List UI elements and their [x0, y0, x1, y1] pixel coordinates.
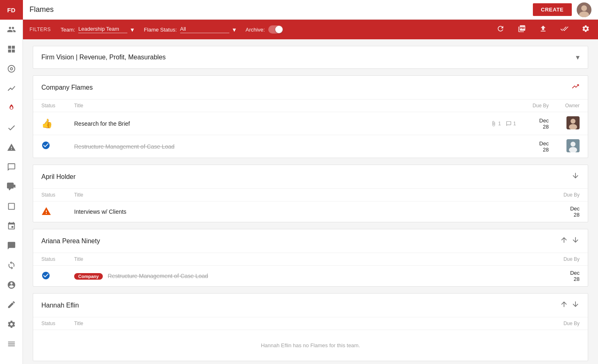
pdf-icon[interactable]	[516, 23, 528, 36]
company-flames-header[interactable]: Company Flames	[33, 76, 588, 99]
sidebar-item-dashboard[interactable]	[0, 39, 23, 59]
col-due-by: Due By	[524, 99, 557, 112]
sidebar-item-report[interactable]	[0, 157, 23, 177]
sidebar-item-flame[interactable]	[0, 98, 23, 118]
col-title: Title	[66, 317, 555, 330]
row-title: Restructure Management of Case Load	[66, 135, 524, 158]
row-owner	[557, 112, 588, 135]
table-row-empty: Hannah Eflin has no Flames for this team…	[33, 330, 588, 361]
row-title: Research for the Brief 1 1	[66, 112, 524, 135]
sidebar-item-chat[interactable]	[0, 236, 23, 255]
user-avatar[interactable]	[577, 2, 591, 17]
filters-label: FILTERS	[29, 27, 51, 32]
top-header: Flames CREATE	[23, 0, 598, 20]
refresh-icon[interactable]	[495, 23, 506, 36]
col-owner: Owner	[557, 99, 588, 112]
company-flames-table: Status Title Due By Owner 👍 Research fo	[33, 99, 588, 158]
ariana-perea-header: Ariana Perea Ninety	[33, 229, 588, 253]
upload-icon[interactable]	[537, 23, 549, 36]
col-status: Status	[33, 99, 66, 112]
flame-status-value: All	[180, 26, 229, 33]
april-holder-arrows	[571, 172, 580, 182]
check-icon	[41, 275, 50, 281]
flame-status-arrow[interactable]: ▾	[233, 26, 236, 34]
col-title: Title	[66, 99, 524, 112]
table-row[interactable]: Interviews w/ Clients Dec 28	[33, 201, 588, 222]
app-logo[interactable]: FD	[0, 0, 23, 20]
warning-icon	[41, 211, 51, 217]
row-title: Company Restructure Management of Case L…	[66, 266, 555, 287]
archive-toggle[interactable]	[268, 25, 283, 34]
owner-avatar	[566, 139, 580, 152]
row-status	[33, 135, 66, 158]
firm-vision-header[interactable]: Firm Vision | Revenue, Profit, Measurabl…	[33, 46, 588, 68]
company-flames-trend-icon	[571, 82, 580, 93]
arrow-up-icon[interactable]	[560, 300, 568, 310]
col-title: Title	[66, 253, 555, 266]
sidebar-item-tasks[interactable]	[0, 118, 23, 138]
row-title: Interviews w/ Clients	[66, 201, 555, 222]
flame-status-filter[interactable]: Flame Status: All ▾	[144, 26, 236, 34]
row-status	[33, 266, 66, 287]
sidebar-item-org[interactable]	[0, 216, 23, 236]
sidebar-item-edit[interactable]	[0, 295, 23, 314]
arrow-up-icon[interactable]	[560, 236, 568, 246]
hannah-eflin-name: Hannah Eflin	[41, 302, 79, 309]
ariana-perea-name: Ariana Perea Ninety	[41, 237, 100, 245]
company-flames-title: Company Flames	[41, 84, 93, 91]
sidebar-item-contact[interactable]	[0, 275, 23, 295]
row-due-by: Dec 28	[524, 112, 557, 135]
arrow-down-icon[interactable]	[571, 172, 580, 182]
sidebar-item-alert[interactable]	[0, 138, 23, 157]
row-due-by: Dec 28	[524, 135, 557, 158]
hannah-eflin-arrows	[560, 300, 580, 310]
firm-vision-title: Firm Vision | Revenue, Profit, Measurabl…	[41, 54, 166, 61]
april-holder-section: April Holder Status Title Due By	[33, 165, 588, 222]
row-due-by: Dec 28	[555, 266, 588, 287]
sidebar-item-menu[interactable]	[0, 334, 23, 354]
col-title: Title	[66, 189, 555, 201]
filter-bar: FILTERS Team: Leadership Team ▾ Flame St…	[23, 20, 598, 39]
svg-point-4	[571, 119, 575, 124]
sidebar-item-settings[interactable]	[0, 314, 23, 334]
svg-point-7	[571, 142, 575, 147]
sidebar-item-comment[interactable]	[0, 177, 23, 197]
app-title: Flames	[29, 5, 528, 14]
april-holder-name: April Holder	[41, 173, 76, 181]
firm-vision-collapse-icon[interactable]: ▾	[576, 53, 580, 62]
create-button[interactable]: CREATE	[533, 3, 572, 16]
col-due-by: Due By	[555, 317, 588, 330]
row-meta: 1 1	[491, 121, 516, 127]
archive-label: Archive:	[246, 27, 265, 33]
table-row[interactable]: Company Restructure Management of Case L…	[33, 266, 588, 287]
ariana-perea-arrows	[560, 236, 580, 246]
sidebar-item-target[interactable]	[0, 59, 23, 79]
col-due-by: Due By	[555, 189, 588, 201]
sidebar-item-binoculars[interactable]	[0, 197, 23, 216]
archive-filter[interactable]: Archive:	[246, 25, 283, 34]
sidebar-item-trending[interactable]	[0, 79, 23, 98]
april-holder-table: Status Title Due By Interviews w/ Client…	[33, 188, 588, 222]
table-row[interactable]: 👍 Research for the Brief 1	[33, 112, 588, 135]
sidebar-item-cycle[interactable]	[0, 255, 23, 275]
april-holder-header: April Holder	[33, 165, 588, 188]
col-due-by: Due By	[555, 253, 588, 266]
row-status	[33, 201, 66, 222]
check-icon	[41, 142, 50, 152]
arrow-down-icon[interactable]	[571, 236, 580, 246]
sidebar-item-team[interactable]	[0, 20, 23, 39]
main-area: Flames CREATE FILTERS Team: Leadership T…	[23, 0, 598, 364]
row-status: 👍	[33, 112, 66, 135]
filter-settings-icon[interactable]	[580, 23, 591, 36]
company-badge: Company	[74, 273, 103, 280]
team-filter[interactable]: Team: Leadership Team ▾	[61, 26, 134, 34]
firm-vision-section: Firm Vision | Revenue, Profit, Measurabl…	[33, 46, 588, 69]
hannah-eflin-table: Status Title Due By Hannah Eflin has no …	[33, 317, 588, 361]
team-filter-arrow[interactable]: ▾	[131, 26, 134, 34]
table-row[interactable]: Restructure Management of Case Load Dec …	[33, 135, 588, 158]
owner-avatar	[566, 116, 580, 129]
checkall-icon[interactable]	[559, 23, 570, 36]
arrow-down-icon[interactable]	[571, 300, 580, 310]
col-status: Status	[33, 253, 66, 266]
company-flames-section: Company Flames Status Title Due By Owner	[33, 75, 588, 158]
